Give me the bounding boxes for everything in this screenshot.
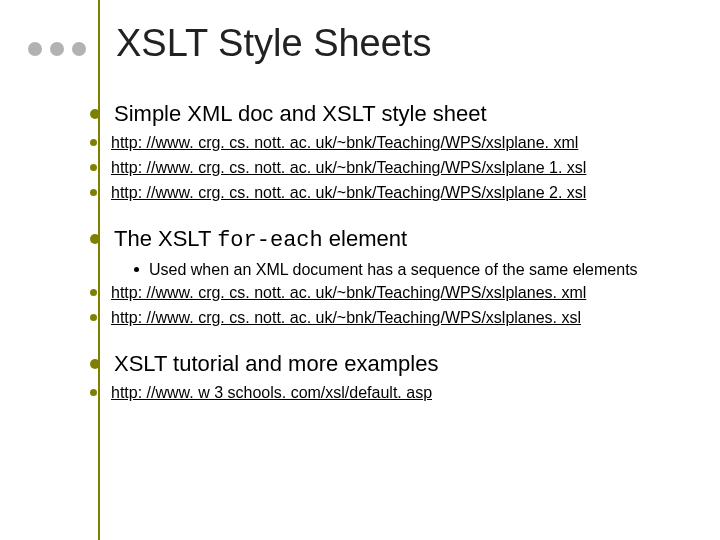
bullet-icon [90,164,97,171]
decorative-dots [28,42,86,56]
slide-body: Simple XML doc and XSLT style sheet http… [90,100,700,407]
link[interactable]: http: //www. w 3 schools. com/xsl/defaul… [111,382,432,403]
list-item: The XSLT for-each element [90,225,700,255]
list-item: http: //www. crg. cs. nott. ac. uk/~bnk/… [90,282,700,303]
list-item: Simple XML doc and XSLT style sheet [90,100,700,128]
section-heading: XSLT tutorial and more examples [114,350,438,378]
link[interactable]: http: //www. crg. cs. nott. ac. uk/~bnk/… [111,132,578,153]
slide: XSLT Style Sheets Simple XML doc and XSL… [0,0,720,540]
section-heading: The XSLT for-each element [114,225,407,255]
heading-text: element [323,226,407,251]
link[interactable]: http: //www. crg. cs. nott. ac. uk/~bnk/… [111,282,586,303]
bullet-icon [90,314,97,321]
bullet-icon [90,234,100,244]
dot-icon [28,42,42,56]
bullet-icon [90,289,97,296]
link[interactable]: http: //www. crg. cs. nott. ac. uk/~bnk/… [111,157,586,178]
sub-bullet-icon [134,267,139,272]
link[interactable]: http: //www. crg. cs. nott. ac. uk/~bnk/… [111,307,581,328]
bullet-icon [90,109,100,119]
list-item: http: //www. crg. cs. nott. ac. uk/~bnk/… [90,157,700,178]
list-item: XSLT tutorial and more examples [90,350,700,378]
code-text: for-each [217,228,323,253]
link[interactable]: http: //www. crg. cs. nott. ac. uk/~bnk/… [111,182,586,203]
slide-title: XSLT Style Sheets [116,22,431,65]
list-item: http: //www. w 3 schools. com/xsl/defaul… [90,382,700,403]
bullet-icon [90,139,97,146]
sub-text: Used when an XML document has a sequence… [149,259,638,280]
list-item: http: //www. crg. cs. nott. ac. uk/~bnk/… [90,182,700,203]
heading-text: The XSLT [114,226,217,251]
bullet-icon [90,359,100,369]
dot-icon [50,42,64,56]
section-heading: Simple XML doc and XSLT style sheet [114,100,487,128]
bullet-icon [90,389,97,396]
list-item: http: //www. crg. cs. nott. ac. uk/~bnk/… [90,307,700,328]
bullet-icon [90,189,97,196]
list-item: http: //www. crg. cs. nott. ac. uk/~bnk/… [90,132,700,153]
dot-icon [72,42,86,56]
sub-list-item: Used when an XML document has a sequence… [134,259,700,280]
